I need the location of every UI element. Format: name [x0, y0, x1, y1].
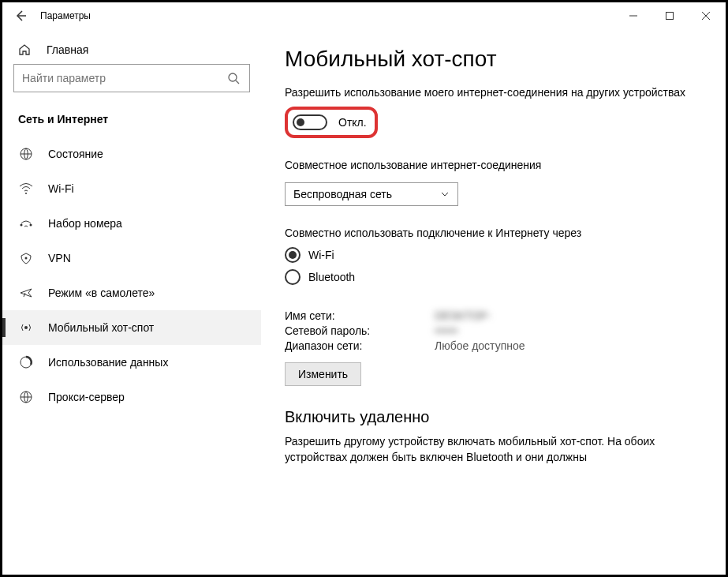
search-wrap: [2, 64, 261, 99]
home-icon: [18, 43, 32, 56]
select-value: Беспроводная сеть: [293, 188, 392, 200]
network-band-key: Диапазон сети:: [285, 339, 435, 352]
network-password-key: Сетевой пароль:: [285, 324, 435, 337]
share-connection-label: Разрешить использование моего интернет-с…: [285, 86, 702, 99]
data-usage-icon: [18, 355, 34, 369]
close-icon: [702, 12, 710, 20]
svg-point-7: [24, 326, 28, 329]
nav-label: Прокси-сервер: [48, 391, 125, 403]
nav-wifi[interactable]: Wi-Fi: [2, 171, 261, 206]
search-input[interactable]: [22, 72, 227, 84]
nav-label: Состояние: [48, 148, 103, 160]
nav-label: VPN: [48, 252, 71, 264]
network-password-row: Сетевой пароль: ••••••: [285, 324, 702, 337]
edit-button[interactable]: Изменить: [285, 362, 361, 386]
chevron-down-icon: [440, 189, 450, 199]
settings-window: Параметры Главная Сеть и Интернет Сост: [0, 0, 728, 577]
proxy-icon: [18, 390, 34, 404]
nav-label: Набор номера: [48, 217, 122, 230]
svg-point-6: [25, 257, 28, 260]
highlight-callout: Откл.: [285, 107, 378, 138]
search-box[interactable]: [13, 64, 250, 92]
window-controls: [615, 4, 724, 28]
nav-label: Использование данных: [48, 356, 168, 369]
category-header: Сеть и Интернет: [2, 99, 261, 137]
back-button[interactable]: [4, 4, 37, 28]
svg-point-1: [229, 73, 237, 81]
share-from-select[interactable]: Беспроводная сеть: [285, 182, 458, 206]
minimize-button[interactable]: [615, 4, 651, 28]
nav-data-usage[interactable]: Использование данных: [2, 345, 261, 380]
window-title: Параметры: [40, 10, 615, 21]
hotspot-icon: [18, 320, 34, 335]
remote-description: Разрешить другому устройству включать мо…: [285, 434, 702, 465]
nav-airplane[interactable]: Режим «в самолете»: [2, 275, 261, 310]
svg-point-3: [25, 193, 27, 194]
svg-rect-0: [666, 12, 674, 19]
main-area: Главная Сеть и Интернет Состояние Wi-Fi …: [2, 29, 726, 575]
network-band-value: Любое доступное: [435, 339, 525, 352]
network-name-key: Имя сети:: [285, 309, 435, 322]
radio-label: Bluetooth: [308, 271, 355, 283]
hotspot-toggle-row: Откл.: [293, 114, 367, 130]
radio-wifi[interactable]: Wi-Fi: [285, 247, 702, 263]
share-from-label: Совместное использование интернет-соедин…: [285, 159, 702, 171]
radio-icon: [285, 247, 301, 263]
share-over-label: Совместно использовать подключение к Инт…: [285, 227, 702, 239]
radio-icon: [285, 269, 301, 285]
titlebar: Параметры: [2, 2, 726, 29]
nav-dialup[interactable]: Набор номера: [2, 206, 261, 241]
svg-point-5: [30, 224, 32, 227]
minimize-icon: [629, 12, 637, 20]
search-icon: [227, 72, 241, 84]
nav-status[interactable]: Состояние: [2, 137, 261, 171]
content-pane: Мобильный хот-спот Разрешить использован…: [261, 29, 726, 575]
page-heading: Мобильный хот-спот: [285, 47, 702, 72]
home-link[interactable]: Главная: [2, 36, 261, 64]
hotspot-toggle[interactable]: [293, 114, 327, 130]
remote-heading: Включить удаленно: [285, 408, 702, 426]
nav-vpn[interactable]: VPN: [2, 241, 261, 275]
network-band-row: Диапазон сети: Любое доступное: [285, 339, 702, 352]
vpn-icon: [18, 251, 34, 265]
nav-label: Режим «в самолете»: [48, 287, 155, 299]
nav-hotspot[interactable]: Мобильный хот-спот: [2, 310, 261, 345]
maximize-button[interactable]: [651, 4, 688, 28]
dialup-icon: [18, 216, 34, 230]
nav-label: Wi-Fi: [48, 182, 74, 195]
network-name-value: DESKTOP-: [435, 309, 491, 322]
home-label: Главная: [47, 43, 88, 56]
radio-bluetooth[interactable]: Bluetooth: [285, 269, 702, 285]
radio-label: Wi-Fi: [308, 249, 334, 261]
network-name-row: Имя сети: DESKTOP-: [285, 309, 702, 322]
nav-proxy[interactable]: Прокси-сервер: [2, 380, 261, 414]
arrow-left-icon: [14, 9, 27, 22]
close-button[interactable]: [688, 4, 724, 28]
toggle-state-label: Откл.: [338, 116, 367, 129]
svg-point-4: [21, 224, 23, 227]
nav-label: Мобильный хот-спот: [48, 321, 154, 334]
maximize-icon: [666, 12, 674, 20]
status-icon: [18, 147, 34, 161]
wifi-icon: [18, 182, 34, 196]
network-password-value: ••••••: [435, 324, 457, 337]
sidebar: Главная Сеть и Интернет Состояние Wi-Fi …: [2, 29, 261, 575]
airplane-icon: [18, 286, 34, 300]
